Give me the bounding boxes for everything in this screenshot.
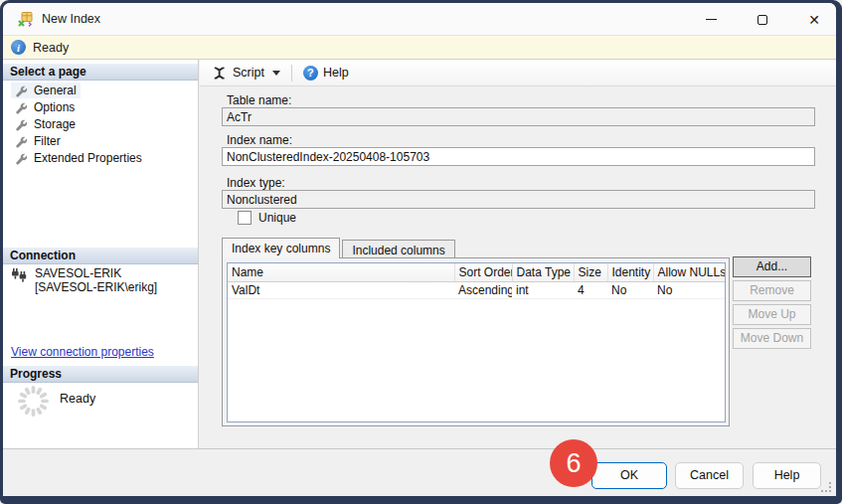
sidebar-item-label: Options [34,100,75,114]
help-button[interactable]: ? Help [298,64,354,83]
tab-index-key-columns[interactable]: Index key columns [222,238,340,258]
cell-allow-nulls[interactable]: No [653,282,725,299]
index-key-columns-panel: Name Sort Order Data Type Size Identity … [222,257,730,426]
titlebar: New Index ✕ [3,3,836,36]
table-name-field[interactable]: AcTr [222,107,815,126]
maximize-button[interactable] [755,12,770,28]
dialog-surface: New Index ✕ i Ready Select a page Genera… [3,3,836,496]
connection-header: Connection [3,248,198,264]
columns-grid[interactable]: Name Sort Order Data Type Size Identity … [227,262,726,422]
col-header-sort-order[interactable]: Sort Order [454,263,512,282]
sidebar-item-extended-properties[interactable]: Extended Properties [11,150,146,166]
sidebar-item-storage[interactable]: Storage [11,116,80,132]
info-icon: i [11,40,26,55]
view-connection-properties-link[interactable]: View connection properties [11,345,154,359]
maximize-icon [758,15,767,25]
sidebar-item-options[interactable]: Options [11,99,79,115]
connection-icon [11,267,28,284]
cell-identity[interactable]: No [607,282,653,299]
move-up-button: Move Up [733,304,811,325]
toolbar: Script ? Help [200,60,836,86]
move-down-button: Move Down [733,328,811,349]
script-button[interactable]: Script [208,64,285,83]
col-header-size[interactable]: Size [574,263,607,282]
help-footer-button[interactable]: Help [753,462,821,489]
status-text: Ready [33,41,69,55]
grid-header-row: Name Sort Order Data Type Size Identity … [228,263,725,282]
table-name-label: Table name: [227,93,291,107]
sidebar-item-filter[interactable]: Filter [11,133,65,149]
annotation-step-badge: 6 [550,439,597,487]
minimize-button[interactable] [703,12,719,28]
ok-button[interactable]: OK [591,462,667,489]
index-name-field[interactable]: NonClusteredIndex-20250408-105703 [222,147,815,166]
cell-data-type[interactable]: int [512,282,574,299]
unique-label: Unique [258,211,296,225]
minimize-icon [706,19,717,20]
window-title: New Index [42,12,100,26]
columns-tabs: Index key columns Included columns [222,238,457,258]
sidebar-item-general[interactable]: General [11,83,81,98]
wrench-icon [15,84,28,97]
add-button[interactable]: Add... [733,256,811,277]
resize-grip[interactable] [821,482,831,492]
wrench-icon [15,152,28,165]
status-strip: i Ready [3,36,836,60]
select-a-page-header: Select a page [3,64,198,81]
help-label: Help [323,66,349,80]
col-header-name[interactable]: Name [228,263,454,282]
unique-checkbox-row: Unique [238,211,296,225]
index-name-label: Index name: [227,133,292,147]
close-button[interactable]: ✕ [806,12,822,28]
script-label: Script [233,66,264,80]
tab-included-columns[interactable]: Included columns [342,240,454,258]
col-header-identity[interactable]: Identity [607,263,653,282]
new-index-icon [17,11,34,28]
grid-row-valdt[interactable]: ValDt Ascending int 4 No No [228,282,725,299]
col-header-data-type[interactable]: Data Type [512,263,574,282]
connection-user: [SAVESOL-ERIK\erikg] [35,280,157,294]
toolbar-divider [291,65,292,82]
cell-sort-order[interactable]: Ascending [454,282,512,299]
index-type-label: Index type: [227,176,285,190]
new-index-dialog-window: New Index ✕ i Ready Select a page Genera… [0,0,842,504]
connection-info: SAVESOL-ERIK [SAVESOL-ERIK\erikg] [11,266,157,294]
main-panel: Script ? Help Table name: AcTr Index nam… [200,60,836,448]
chevron-down-icon [272,71,280,76]
sidebar-item-label: General [34,84,77,97]
wrench-icon [15,118,28,131]
progress-header: Progress [3,366,198,383]
cell-name[interactable]: ValDt [228,282,454,299]
index-type-field[interactable]: Nonclustered [222,190,815,209]
window-controls: ✕ [703,3,822,36]
close-icon: ✕ [808,13,820,27]
progress-spinner-icon [16,384,51,419]
help-icon: ? [303,66,318,81]
cell-size[interactable]: 4 [574,282,607,299]
footer: OK Cancel Help [3,448,836,496]
sidebar-item-label: Filter [34,134,61,148]
wrench-icon [15,135,28,148]
remove-button: Remove [733,280,811,301]
sidebar-item-label: Extended Properties [34,151,142,165]
progress-status-text: Ready [60,392,95,406]
cancel-button[interactable]: Cancel [675,462,744,489]
connection-server: SAVESOL-ERIK [35,266,157,280]
script-icon [213,66,228,81]
sidebar-item-label: Storage [34,117,76,131]
col-header-allow-nulls[interactable]: Allow NULLs [653,263,725,282]
dialog-body: Select a page General Options Storage Fi… [3,60,836,448]
sidebar: Select a page General Options Storage Fi… [3,60,199,448]
wrench-icon [15,101,28,114]
unique-checkbox[interactable] [238,211,252,225]
